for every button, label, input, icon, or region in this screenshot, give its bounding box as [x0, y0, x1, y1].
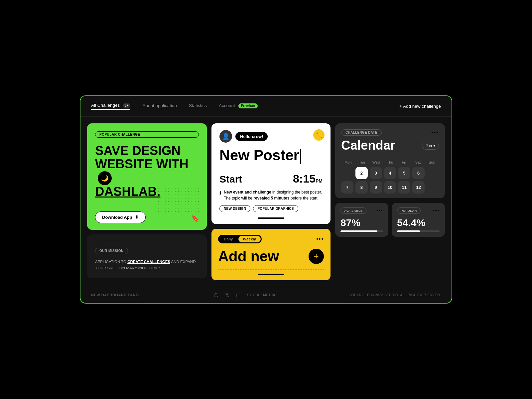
- cal-cell-11[interactable]: 11: [398, 181, 410, 194]
- popular-value: 54.4%: [397, 217, 440, 228]
- cursor-blink: [300, 149, 301, 164]
- available-stat-card: AVAILABLE ••• 87%: [335, 203, 388, 237]
- calendar-card: CHALLENGE DATE ••• Calendar Jan ▾ Mon Tu…: [335, 123, 445, 198]
- cal-cell-6[interactable]: 6: [412, 167, 425, 179]
- copyright: COPYRIGHT © 2023 STUDIO. ALL RIGHT RESER…: [349, 293, 441, 297]
- calendar-days-header: Mon Tue Wed Thu Fri Sat Sun: [341, 160, 439, 164]
- available-progress-fill: [340, 230, 377, 232]
- yellow-card-menu[interactable]: •••: [316, 236, 324, 242]
- popular-badge: POPULAR: [397, 207, 421, 214]
- dot-pattern-decoration: [157, 187, 200, 213]
- available-value: 87%: [340, 217, 383, 228]
- avatar: 👤: [219, 130, 232, 143]
- yellow-card-header: Daily Weekly •••: [218, 235, 324, 243]
- yellow-card-divider: [218, 269, 324, 270]
- bookmark-icon[interactable]: 🔖: [191, 214, 200, 222]
- calendar-title-row: Calendar Jan ▾: [341, 138, 439, 153]
- footer-social: ⬡ 𝕏 ◻ SOCIAL MEDIA: [214, 292, 276, 298]
- edit-button[interactable]: ✏️: [313, 129, 325, 141]
- green-hero-card: POPULAR CHALLENGE SAVE DESIGN WEBSITE WI…: [87, 123, 207, 230]
- calendar-header: CHALLENGE DATE •••: [341, 129, 439, 136]
- tab-all-challenges[interactable]: All Challenges 8+: [91, 103, 130, 110]
- toggle-weekly[interactable]: Weekly: [238, 236, 261, 242]
- twitter-icon[interactable]: 𝕏: [225, 292, 229, 298]
- download-app-button[interactable]: Download App ⬇: [95, 211, 146, 223]
- day-sun: Sun: [425, 160, 439, 164]
- add-new-title: Add new: [218, 248, 279, 265]
- left-column: POPULAR CHALLENGE SAVE DESIGN WEBSITE WI…: [87, 123, 207, 280]
- right-column: CHALLENGE DATE ••• Calendar Jan ▾ Mon Tu…: [335, 123, 445, 280]
- popular-card-menu[interactable]: •••: [433, 208, 440, 213]
- tag-popular-graphics: POPULAR GRAPHICS: [253, 205, 298, 212]
- calendar-grid: 2 3 4 5 6 7 8 9 10 11 12: [341, 167, 439, 194]
- info-row: ℹ New event and challenge in designing t…: [219, 189, 323, 201]
- cal-cell-8[interactable]: 8: [355, 181, 368, 194]
- toggle-daily[interactable]: Daily: [219, 236, 238, 242]
- calendar-menu[interactable]: •••: [431, 130, 439, 136]
- challenge-date-badge: CHALLENGE DATE: [341, 129, 382, 136]
- cal-cell-12[interactable]: 12: [412, 181, 425, 194]
- tab-about-application[interactable]: About application: [142, 103, 177, 109]
- day-fri: Fri: [397, 160, 411, 164]
- popular-progress-bar: [397, 230, 440, 232]
- github-icon[interactable]: ⬡: [214, 292, 218, 298]
- cal-cell-3[interactable]: 3: [370, 167, 382, 179]
- our-mission-badge: OUR MISSION: [95, 248, 128, 254]
- poster-divider: [219, 168, 323, 168]
- day-tue: Tue: [355, 160, 369, 164]
- time-value: 8:15PM: [293, 172, 323, 185]
- month-dropdown[interactable]: Jan ▾: [422, 142, 439, 150]
- footer-brand: NEW DASHBOARD PANEL: [91, 293, 141, 297]
- cal-cell-4[interactable]: 4: [384, 167, 396, 179]
- chevron-down-icon: ▾: [433, 143, 435, 148]
- nav-bar: All Challenges 8+ About application Stat…: [80, 96, 452, 117]
- mission-divider: [95, 242, 199, 242]
- main-content: POPULAR CHALLENGE SAVE DESIGN WEBSITE WI…: [80, 117, 452, 287]
- tab-statistics[interactable]: Statistics: [189, 103, 207, 109]
- tag-row: NEW DESIGN POPULAR GRAPHICS: [219, 205, 323, 212]
- cal-cell-5[interactable]: 5: [398, 167, 410, 179]
- add-new-row: Add new +: [218, 248, 324, 265]
- middle-column: 👤 Hello crew! ✏️ New Poster Start 8:15PM…: [211, 123, 331, 280]
- available-progress-bar: [340, 230, 383, 232]
- popular-challenge-badge: POPULAR CHALLENGE: [95, 131, 199, 138]
- moon-icon[interactable]: 🌙: [98, 171, 112, 185]
- cal-cell-empty-3: [427, 181, 439, 194]
- nav-badge-count: 8+: [123, 103, 130, 108]
- stats-row: AVAILABLE ••• 87% POPULAR ••• 54.4%: [335, 203, 445, 237]
- add-new-card: Daily Weekly ••• Add new +: [211, 229, 331, 280]
- poster-card-header: 👤 Hello crew!: [219, 130, 323, 143]
- popular-progress-fill: [397, 230, 420, 232]
- cal-cell-2[interactable]: 2: [355, 167, 368, 179]
- cal-cell-empty-2: [427, 167, 439, 179]
- popular-card-header: POPULAR •••: [397, 207, 440, 214]
- new-poster-card: 👤 Hello crew! ✏️ New Poster Start 8:15PM…: [211, 123, 331, 224]
- tab-account[interactable]: Account Premium: [219, 103, 258, 109]
- download-icon: ⬇: [135, 215, 139, 220]
- app-container: All Challenges 8+ About application Stat…: [80, 95, 452, 303]
- daily-weekly-toggle: Daily Weekly: [218, 235, 262, 243]
- cal-cell-empty-1: [341, 167, 353, 179]
- calendar-divider: [341, 156, 439, 156]
- cal-cell-9[interactable]: 9: [370, 181, 382, 194]
- day-mon: Mon: [341, 160, 355, 164]
- instagram-icon[interactable]: ◻: [236, 292, 240, 298]
- add-challenge-button[interactable]: + Add new challenge: [399, 104, 441, 109]
- day-thu: Thu: [383, 160, 397, 164]
- start-time-row: Start 8:15PM: [219, 172, 323, 185]
- day-wed: Wed: [369, 160, 383, 164]
- popular-stat-card: POPULAR ••• 54.4%: [392, 203, 445, 237]
- premium-badge: Premium: [238, 103, 258, 108]
- available-card-header: AVAILABLE •••: [340, 207, 383, 214]
- available-badge: AVAILABLE: [340, 207, 366, 214]
- add-new-plus-button[interactable]: +: [309, 249, 324, 264]
- poster-title: New Poster: [219, 148, 323, 164]
- mission-text: APPLICATION TO CREATE CHALLENGES AND EXP…: [95, 259, 199, 271]
- cal-cell-10[interactable]: 10: [384, 181, 396, 194]
- available-card-menu[interactable]: •••: [376, 208, 383, 213]
- tag-new-design: NEW DESIGN: [219, 205, 250, 212]
- start-label: Start: [219, 174, 242, 185]
- info-icon: ℹ: [219, 190, 221, 197]
- cal-cell-7[interactable]: 7: [341, 181, 353, 194]
- yellow-card-bottom-indicator: [258, 274, 284, 275]
